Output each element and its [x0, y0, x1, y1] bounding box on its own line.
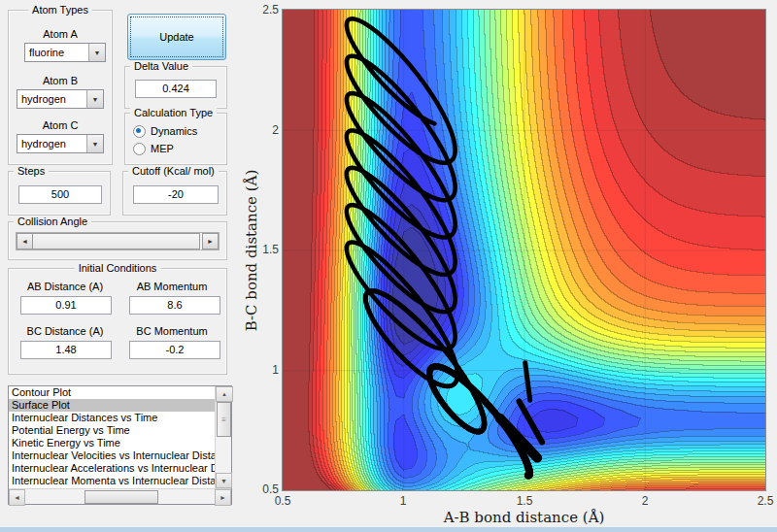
list-item[interactable]: Contour Plot: [9, 386, 215, 399]
bc-distance-field[interactable]: 1.48: [20, 341, 112, 359]
ab-momentum-field[interactable]: 8.6: [129, 296, 220, 315]
list-item-selected[interactable]: Surface Plot: [9, 399, 215, 412]
initial-conditions-panel: Initial Conditions AB Distance (A) AB Mo…: [8, 268, 227, 375]
radio-dynamics[interactable]: Dynamics: [133, 124, 197, 138]
atom-b-label: Atom B: [9, 75, 112, 86]
calculation-type-panel: Calculation Type Dynamics MEP: [124, 113, 227, 165]
atom-a-dropdown[interactable]: fluorine ▼: [24, 43, 106, 62]
steps-field[interactable]: 500: [18, 185, 102, 204]
y-axis-label: B-C bond distance (Å): [243, 170, 260, 332]
x-tick-label: 1: [400, 494, 407, 508]
initial-conditions-title: Initial Conditions: [75, 262, 161, 274]
x-tick-label: 2.5: [758, 494, 774, 508]
slider-right-arrow-icon[interactable]: ►: [202, 233, 219, 249]
atom-b-dropdown[interactable]: hydrogen ▼: [17, 89, 104, 109]
radio-mep-label: MEP: [151, 143, 174, 154]
y-tick-label: 2.5: [244, 3, 279, 17]
list-item[interactable]: Internuclear Momenta vs Internuclear Dis…: [9, 475, 215, 487]
horizontal-scrollbar[interactable]: ◄ ►: [9, 488, 231, 504]
atom-b-value: hydrogen: [17, 93, 86, 105]
slider-left-arrow-icon[interactable]: ◄: [17, 233, 33, 249]
bc-momentum-label: BC Momentum: [121, 325, 222, 337]
application-window: Atom Types Atom A fluorine ▼ Atom B hydr…: [0, 0, 777, 532]
atom-types-title: Atom Types: [28, 4, 92, 16]
radio-mep[interactable]: MEP: [133, 142, 174, 155]
slider-thumb[interactable]: [33, 233, 200, 249]
y-tick-label: 0.5: [244, 482, 279, 496]
collision-angle-panel: Collision Angle ◄ ►: [8, 221, 227, 260]
collision-angle-title: Collision Angle: [14, 216, 91, 227]
radio-unselected-icon[interactable]: [133, 143, 146, 155]
calculation-type-title: Calculation Type: [130, 107, 217, 118]
collision-angle-slider[interactable]: ◄ ►: [16, 232, 220, 250]
scroll-right-icon[interactable]: ►: [215, 489, 231, 506]
x-tick-label: 0.5: [275, 494, 291, 508]
steps-title: Steps: [14, 165, 49, 177]
plot-type-listbox[interactable]: Contour Plot Surface Plot Internuclear D…: [8, 385, 232, 505]
list-item[interactable]: Internuclear Accelerations vs Internucle…: [9, 462, 215, 475]
bc-momentum-field[interactable]: -0.2: [129, 341, 220, 359]
scrollbar-thumb[interactable]: [84, 490, 158, 504]
atom-c-value: hydrogen: [17, 138, 86, 150]
cutoff-field[interactable]: -20: [133, 185, 219, 204]
ab-momentum-label: AB Momentum: [121, 281, 222, 292]
delta-value-title: Delta Value: [130, 60, 192, 72]
cutoff-panel: Cutoff (Kcal/ mol) -20: [122, 171, 227, 216]
atom-c-label: Atom C: [9, 119, 112, 131]
scroll-down-icon[interactable]: ▼: [216, 473, 232, 488]
radio-dynamics-label: Dynamics: [151, 125, 197, 137]
x-tick-label: 1.5: [517, 494, 533, 508]
chevron-down-icon[interactable]: ▼: [86, 90, 103, 108]
cutoff-title: Cutoff (Kcal/ mol): [128, 165, 219, 177]
list-item[interactable]: Internuclear Velocities vs Internuclear …: [9, 449, 215, 462]
ab-distance-label: AB Distance (A): [9, 281, 121, 292]
contour-plot-canvas: [283, 10, 765, 490]
y-tick-label: 2: [244, 123, 279, 137]
plot-type-list: Contour Plot Surface Plot Internuclear D…: [9, 386, 215, 488]
update-button[interactable]: Update: [127, 14, 226, 60]
scrollbar-thumb[interactable]: ≡: [217, 402, 231, 437]
ab-distance-field[interactable]: 0.91: [20, 296, 112, 315]
atom-types-panel: Atom Types Atom A fluorine ▼ Atom B hydr…: [8, 10, 113, 165]
list-item[interactable]: Kinetic Energy vs Time: [9, 437, 215, 449]
vertical-scrollbar[interactable]: ▲ ≡ ▼: [215, 386, 231, 488]
delta-value-panel: Delta Value 0.424: [124, 66, 227, 109]
y-tick-label: 1: [244, 363, 279, 377]
scroll-up-icon[interactable]: ▲: [216, 386, 233, 402]
x-axis-label: A-B bond distance (Å): [283, 509, 765, 526]
chevron-down-icon[interactable]: ▼: [86, 135, 103, 152]
steps-panel: Steps 500: [8, 171, 111, 216]
chevron-down-icon[interactable]: ▼: [88, 44, 105, 61]
atom-a-label: Atom A: [9, 28, 112, 40]
window-bottom-border: [0, 527, 777, 532]
bc-distance-label: BC Distance (A): [9, 325, 121, 337]
list-item[interactable]: Potential Energy vs Time: [9, 424, 215, 437]
atom-a-value: fluorine: [25, 47, 88, 58]
x-tick-label: 2: [642, 494, 649, 508]
scroll-left-icon[interactable]: ◄: [9, 489, 25, 506]
delta-value-field[interactable]: 0.424: [135, 80, 217, 98]
radio-selected-icon[interactable]: [133, 125, 146, 138]
atom-c-dropdown[interactable]: hydrogen ▼: [17, 134, 104, 153]
list-item[interactable]: Internuclear Distances vs Time: [9, 412, 215, 424]
